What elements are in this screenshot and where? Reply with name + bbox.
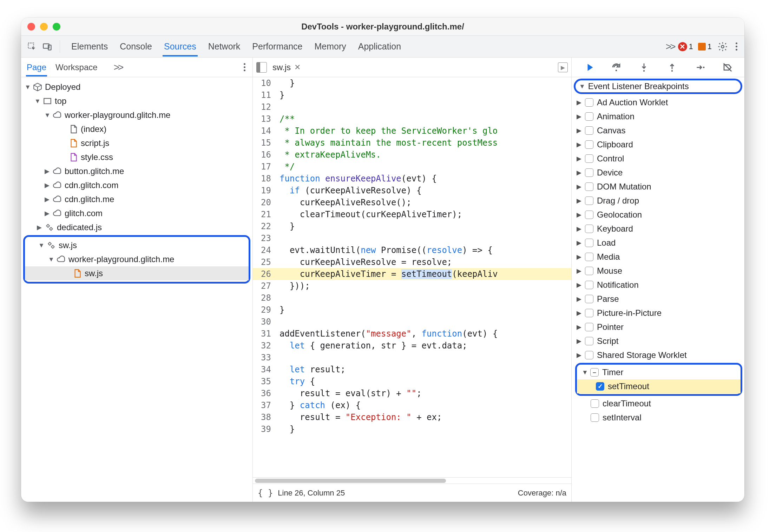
file-tree[interactable]: Deployed top worker-playground.glitch.me… — [21, 77, 252, 502]
cloud-icon — [53, 111, 62, 120]
toggle-navigator-icon[interactable] — [256, 62, 267, 73]
category-clipboard[interactable]: ▶Clipboard — [572, 138, 744, 152]
checkbox[interactable] — [585, 197, 593, 205]
error-icon: ✕ — [678, 42, 687, 51]
horizontal-scrollbar[interactable] — [253, 477, 571, 484]
breakpoint-settimeout[interactable]: setTimeout — [577, 379, 741, 393]
step-button[interactable] — [693, 61, 706, 74]
checkbox[interactable] — [585, 267, 593, 275]
tree-origin[interactable]: button.glitch.me — [21, 164, 252, 178]
category-script[interactable]: ▶Script — [572, 334, 744, 348]
navigator-overflow-icon[interactable]: >> — [114, 62, 123, 73]
checkbox[interactable] — [585, 225, 593, 233]
category-control[interactable]: ▶Control — [572, 152, 744, 166]
category-animation[interactable]: ▶Animation — [572, 109, 744, 124]
tree-frame-top[interactable]: top — [21, 94, 252, 108]
checkbox[interactable] — [585, 253, 593, 261]
category-notification[interactable]: ▶Notification — [572, 278, 744, 292]
pretty-print-icon[interactable]: { } — [258, 488, 273, 498]
step-over-button[interactable] — [610, 61, 623, 74]
checkbox[interactable] — [585, 154, 593, 163]
checkbox[interactable] — [585, 182, 593, 191]
checkbox[interactable] — [585, 295, 593, 303]
breakpoint-setinterval[interactable]: setInterval — [572, 411, 744, 425]
window-title: DevTools - worker-playground.glitch.me/ — [21, 22, 744, 32]
tree-file[interactable]: (index) — [21, 122, 252, 136]
category-ad-auction-worklet[interactable]: ▶Ad Auction Worklet — [572, 95, 744, 109]
settings-icon[interactable] — [717, 41, 729, 53]
tab-application[interactable]: Application — [357, 36, 402, 56]
checkbox[interactable] — [585, 98, 593, 107]
category-keyboard[interactable]: ▶Keyboard — [572, 222, 744, 236]
tree-sw-root[interactable]: sw.js — [25, 238, 249, 252]
step-out-button[interactable] — [666, 61, 678, 74]
close-tab-icon[interactable]: ✕ — [294, 63, 301, 72]
tab-elements[interactable]: Elements — [70, 36, 109, 56]
checkbox-settimeout[interactable] — [596, 382, 604, 391]
tab-performance[interactable]: Performance — [251, 36, 304, 56]
checkbox[interactable] — [585, 309, 593, 317]
checkbox[interactable] — [585, 126, 593, 135]
tabs-overflow-icon[interactable]: >> — [666, 41, 675, 52]
tree-sw-file[interactable]: sw.js — [25, 266, 249, 280]
checkbox[interactable] — [585, 211, 593, 219]
device-toolbar-icon[interactable] — [41, 41, 53, 53]
category-media[interactable]: ▶Media — [572, 250, 744, 264]
tree-origin[interactable]: cdn.glitch.com — [21, 178, 252, 192]
tree-origin[interactable]: glitch.com — [21, 206, 252, 220]
checkbox[interactable] — [585, 351, 593, 359]
checkbox-setinterval[interactable] — [591, 413, 599, 422]
breakpoint-cleartimeout[interactable]: clearTimeout — [572, 397, 744, 411]
resume-button[interactable] — [582, 61, 595, 74]
gears-icon — [47, 241, 56, 250]
file-icon — [69, 125, 78, 134]
inspect-element-icon[interactable] — [26, 41, 38, 53]
checkbox[interactable] — [585, 337, 593, 345]
navigator-tab-workspace[interactable]: Workspace — [55, 58, 98, 77]
category-shared-storage-worklet[interactable]: ▶Shared Storage Worklet — [572, 348, 744, 362]
category-timer[interactable]: ▼ Timer — [577, 365, 741, 379]
toggle-debugger-icon[interactable]: ▸ — [558, 62, 568, 72]
checkbox-cleartimeout[interactable] — [591, 399, 599, 408]
category-pointer[interactable]: ▶Pointer — [572, 320, 744, 334]
warning-badge[interactable]: 1 — [698, 42, 712, 51]
script-file-icon — [73, 269, 82, 278]
code-editor[interactable]: 10 }11}1213/**14 * In order to keep the … — [253, 77, 571, 477]
navigator-more-icon[interactable] — [242, 63, 248, 71]
category-dom-mutation[interactable]: ▶DOM Mutation — [572, 180, 744, 194]
category-picture-in-picture[interactable]: ▶Picture-in-Picture — [572, 306, 744, 320]
more-menu-icon[interactable] — [734, 42, 739, 51]
tree-root-deployed[interactable]: Deployed — [21, 80, 252, 94]
category-parse[interactable]: ▶Parse — [572, 292, 744, 306]
category-drag-drop[interactable]: ▶Drag / drop — [572, 194, 744, 208]
deactivate-breakpoints-button[interactable] — [721, 61, 734, 74]
error-badge[interactable]: ✕ 1 — [678, 42, 693, 51]
tab-network[interactable]: Network — [207, 36, 242, 56]
tree-sw-origin[interactable]: worker-playground.glitch.me — [25, 252, 249, 266]
checkbox[interactable] — [585, 140, 593, 149]
tree-origin[interactable]: cdn.glitch.me — [21, 192, 252, 206]
tab-sources[interactable]: Sources — [163, 36, 198, 56]
category-geolocation[interactable]: ▶Geolocation — [572, 208, 744, 222]
checkbox[interactable] — [585, 239, 593, 247]
frame-icon — [43, 97, 52, 106]
tree-origin[interactable]: worker-playground.glitch.me — [21, 108, 252, 122]
category-mouse[interactable]: ▶Mouse — [572, 264, 744, 278]
checkbox[interactable] — [585, 112, 593, 121]
tree-file[interactable]: script.js — [21, 136, 252, 150]
section-header-event-listener-breakpoints[interactable]: Event Listener Breakpoints — [574, 79, 742, 94]
tab-console[interactable]: Console — [118, 36, 153, 56]
navigator-tab-page[interactable]: Page — [26, 58, 47, 77]
checkbox-timer[interactable] — [590, 368, 599, 377]
checkbox[interactable] — [585, 281, 593, 289]
step-into-button[interactable] — [638, 61, 650, 74]
checkbox[interactable] — [585, 168, 593, 177]
editor-tab[interactable]: sw.js — [272, 62, 291, 72]
category-canvas[interactable]: ▶Canvas — [572, 124, 744, 138]
tree-dedicated-worker[interactable]: dedicated.js — [21, 220, 252, 234]
checkbox[interactable] — [585, 323, 593, 331]
tab-memory[interactable]: Memory — [313, 36, 347, 56]
category-load[interactable]: ▶Load — [572, 236, 744, 250]
tree-file[interactable]: style.css — [21, 150, 252, 164]
category-device[interactable]: ▶Device — [572, 166, 744, 180]
